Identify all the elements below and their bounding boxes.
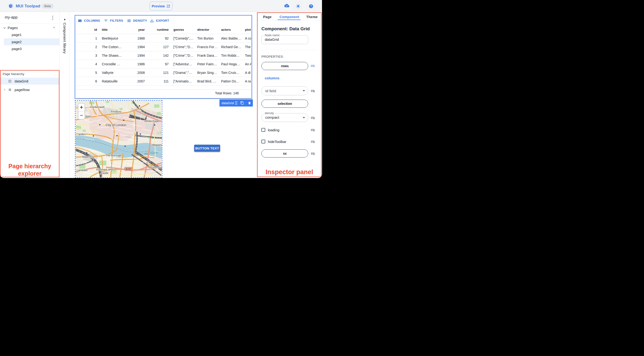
svg-text:Elephant and: Elephant and	[96, 168, 112, 171]
svg-text:born: born	[86, 115, 91, 118]
svg-text:Clerkenwell: Clerkenwell	[90, 106, 104, 108]
svg-text:Bermondse: Bermondse	[148, 166, 162, 169]
svg-text:Wapping: Wapping	[152, 143, 162, 146]
svg-text:Whitechapel: Whitechapel	[144, 120, 159, 122]
svg-text:A100: A100	[126, 168, 131, 170]
svg-text:Lambeth: Lambeth	[77, 169, 88, 172]
svg-text:Castle: Castle	[101, 172, 108, 174]
svg-text:City of London: City of London	[106, 123, 126, 127]
svg-text:Finsbury: Finsbury	[111, 110, 122, 113]
svg-text:The Borough: The Borough	[106, 154, 122, 157]
svg-text:arden: arden	[78, 133, 86, 136]
svg-text:Waterloo: Waterloo	[82, 155, 93, 158]
